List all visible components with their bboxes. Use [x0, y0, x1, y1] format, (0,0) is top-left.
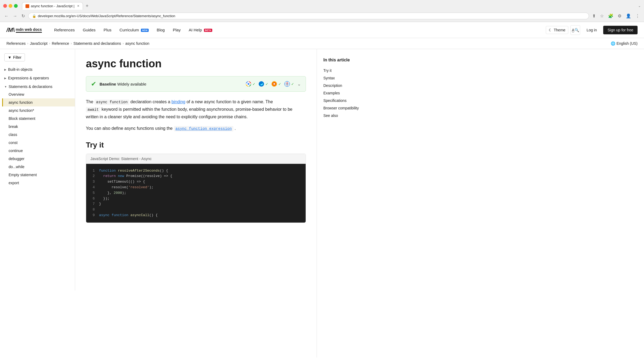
nav-blog[interactable]: Blog: [153, 25, 169, 34]
active-tab[interactable]: async function - JavaScript | ✕: [22, 2, 83, 10]
search-button[interactable]: A̲ 🔍: [570, 25, 580, 35]
breadcrumb-reference[interactable]: Reference: [52, 41, 69, 46]
toc-item-description[interactable]: Description: [323, 82, 369, 89]
filter-label: Filter: [13, 55, 21, 60]
forward-button[interactable]: →: [12, 13, 18, 20]
bookmark-button[interactable]: ☆: [599, 12, 605, 20]
nav-references[interactable]: References: [50, 25, 79, 34]
intro-p2-before: You can also define async functions usin…: [86, 126, 174, 131]
chrome-compat: ✓: [245, 81, 255, 87]
sidebar-item-async-function-gen[interactable]: async function*: [2, 106, 75, 114]
lang-icon: 🌐: [611, 41, 615, 46]
site-header: /M\ mdn web docs References Guides Plus …: [0, 22, 644, 38]
back-button[interactable]: ←: [3, 13, 10, 20]
baseline-expand-button[interactable]: ⌄: [297, 82, 301, 87]
theme-label: Theme: [554, 28, 566, 32]
sidebar-section-expressions-label: Expressions & operators: [8, 76, 49, 80]
mdn-logo[interactable]: /M\ mdn web docs: [6, 27, 42, 34]
intro-link-binding[interactable]: binding: [171, 99, 185, 104]
close-button[interactable]: [3, 4, 7, 8]
maximize-button[interactable]: [14, 4, 18, 8]
address-bar[interactable]: 🔒 developer.mozilla.org/en-US/docs/Web/J…: [28, 13, 589, 19]
sidebar-section-statements-header[interactable]: ▼ Statements & declarations: [0, 83, 75, 90]
sidebar-item-block-statement[interactable]: Block statement: [2, 114, 75, 123]
login-button[interactable]: Log in: [582, 26, 601, 34]
sidebar-item-empty-statement[interactable]: Empty statement: [2, 171, 75, 179]
sidebar-item-continue[interactable]: continue: [2, 147, 75, 155]
line-code-5: }, 2000);: [99, 190, 126, 196]
sidebar-item-async-function[interactable]: async function: [2, 98, 75, 106]
firefox-check: ✓: [278, 82, 281, 86]
nav-curriculum[interactable]: Curriculum NEW: [116, 25, 152, 34]
sidebar-section-statements: ▼ Statements & declarations Overview asy…: [0, 83, 75, 187]
window-controls: [3, 4, 18, 8]
title-bar: async function - JavaScript | ✕ + ⌄: [0, 0, 644, 11]
baseline-bold: Baseline: [100, 82, 116, 86]
filter-button[interactable]: ▼ Filter: [4, 53, 25, 61]
sidebar-section-expressions-header[interactable]: ▶ Expressions & operators: [0, 74, 75, 82]
reload-button[interactable]: ↻: [20, 12, 26, 20]
sidebar-item-export[interactable]: export: [2, 179, 75, 187]
sidebar-item-class[interactable]: class: [2, 131, 75, 139]
sidebar-item-debugger[interactable]: debugger: [2, 155, 75, 163]
extensions-button[interactable]: 🧩: [607, 12, 614, 20]
sidebar-item-break[interactable]: break: [2, 123, 75, 131]
toc-item-try-it[interactable]: Try it: [323, 67, 369, 74]
lock-icon: 🔒: [32, 14, 36, 18]
signup-button[interactable]: Sign up for free: [603, 26, 638, 34]
intro-p1-after: of a new async function to a given name.…: [186, 99, 273, 104]
sidebar-item-dowhile[interactable]: do...while: [2, 163, 75, 171]
nav-guides[interactable]: Guides: [79, 25, 100, 34]
line-code-9: async function asyncCall() {: [99, 213, 158, 218]
toc-item-examples[interactable]: Examples: [323, 89, 369, 97]
address-text: developer.mozilla.org/en-US/docs/Web/Jav…: [38, 14, 175, 18]
share-button[interactable]: ⬆: [591, 12, 597, 20]
toc-item-specifications[interactable]: Specifications: [323, 97, 369, 104]
tab-favicon: [25, 4, 29, 8]
intro-p1-before: The: [86, 99, 94, 104]
toc-item-syntax[interactable]: Syntax: [323, 74, 369, 82]
breadcrumb-statements[interactable]: Statements and declarations: [74, 41, 121, 46]
toolbar-right: ⬆ ☆ 🧩 ⚙ 👤 ⋮: [591, 12, 641, 20]
line-code-3: setTimeout(() => {: [99, 179, 145, 185]
nav-plus[interactable]: Plus: [100, 25, 115, 34]
toc-item-see-also[interactable]: See also: [323, 112, 369, 119]
sidebar-item-overview[interactable]: Overview: [2, 90, 75, 98]
firefox-compat: ✓: [271, 81, 281, 87]
theme-toggle[interactable]: ☾ Theme: [546, 26, 569, 34]
nav-play[interactable]: Play: [169, 25, 184, 34]
minimize-button[interactable]: [9, 4, 12, 8]
nav-ai-help[interactable]: AI Help BETA: [185, 25, 216, 34]
edge-compat: ✓: [258, 81, 268, 87]
lang-label: English (US): [616, 41, 638, 46]
tabs-expand-button[interactable]: ⌄: [638, 4, 641, 8]
sidebar-section-built-in-header[interactable]: ▶ Built-in objects: [0, 66, 75, 73]
profile-button[interactable]: 👤: [625, 12, 632, 20]
devtools-button[interactable]: ⚙: [617, 12, 623, 20]
mdn-m-icon: /M\: [6, 27, 15, 34]
theme-icon: ☾: [549, 28, 552, 32]
language-selector[interactable]: 🌐 English (US): [611, 41, 638, 46]
line-num-5: 5: [90, 190, 95, 196]
new-tab-button[interactable]: +: [84, 3, 90, 9]
header-right: ☾ Theme A̲ 🔍 Log in Sign up for free: [546, 25, 638, 35]
edge-icon: [258, 81, 265, 87]
chrome-icon: [245, 81, 252, 87]
sidebar-item-const[interactable]: const: [2, 139, 75, 147]
intro-code-async-function: async function: [94, 99, 129, 105]
toc-item-browser-compat[interactable]: Browser compatibility: [323, 104, 369, 112]
tab-close-button[interactable]: ✕: [77, 4, 79, 8]
breadcrumb-javascript[interactable]: JavaScript: [30, 41, 47, 46]
code-line-9: 9 async function asyncCall() {: [90, 213, 301, 218]
line-code-4: resolve('resolved');: [99, 185, 153, 190]
line-num-3: 3: [90, 179, 95, 185]
line-code-7: }: [99, 201, 101, 207]
demo-box: JavaScript Demo: Statement - Async 1 fun…: [86, 154, 306, 223]
menu-button[interactable]: ⋮: [634, 12, 641, 20]
intro-link-expression[interactable]: async function expression: [174, 126, 233, 131]
breadcrumb: References › JavaScript › Reference › St…: [0, 38, 644, 49]
breadcrumb-references[interactable]: References: [6, 41, 26, 46]
breadcrumb-sep-3: ›: [71, 42, 72, 45]
baseline-box: ✔ Baseline Widely available: [86, 76, 306, 92]
try-it-title: Try it: [86, 141, 306, 149]
